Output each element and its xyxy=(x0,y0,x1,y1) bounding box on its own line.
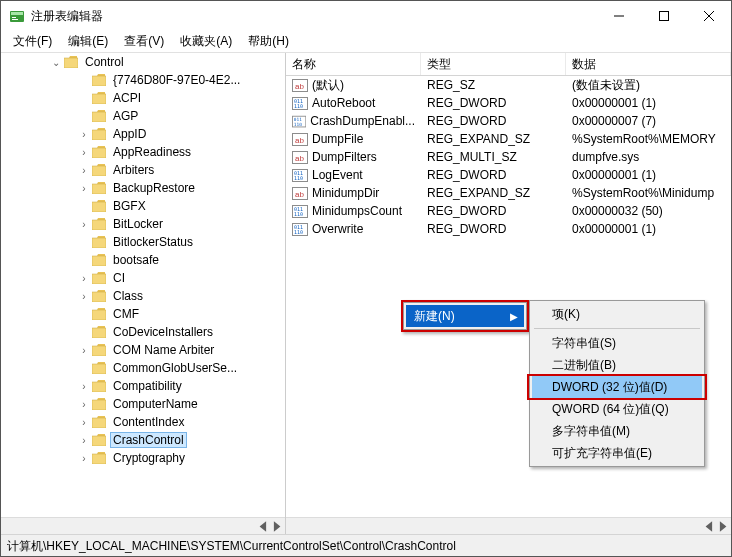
tree-node[interactable]: ›Cryptography xyxy=(1,449,285,467)
menu-item[interactable]: 可扩充字符串值(E) xyxy=(532,442,702,464)
tree-node[interactable]: {7746D80F-97E0-4E2... xyxy=(1,71,285,89)
value-row[interactable]: 011110CrashDumpEnabl...REG_DWORD0x000000… xyxy=(286,112,731,130)
svg-marker-32 xyxy=(274,521,281,531)
menu-item[interactable]: 编辑(E) xyxy=(62,31,114,52)
twisty-icon[interactable]: › xyxy=(77,399,91,410)
tree-node-control[interactable]: ⌄Control xyxy=(1,53,285,71)
menu-item[interactable]: 收藏夹(A) xyxy=(174,31,238,52)
tree-node[interactable]: ›BitLocker xyxy=(1,215,285,233)
value-data: 0x00000001 (1) xyxy=(566,96,731,110)
menu-item[interactable]: 项(K) xyxy=(532,303,702,325)
value-name: LogEvent xyxy=(312,168,363,182)
svg-rect-25 xyxy=(92,364,106,374)
tree-node[interactable]: ›COM Name Arbiter xyxy=(1,341,285,359)
svg-rect-16 xyxy=(92,202,106,212)
svg-rect-24 xyxy=(92,346,106,356)
twisty-icon[interactable]: › xyxy=(77,291,91,302)
minimize-button[interactable] xyxy=(596,1,641,31)
folder-icon xyxy=(91,379,107,393)
app-icon xyxy=(9,8,25,24)
value-name: MinidumpDir xyxy=(312,186,379,200)
twisty-expanded-icon[interactable]: ⌄ xyxy=(49,57,63,68)
tree-node[interactable]: ›Class xyxy=(1,287,285,305)
tree-node[interactable]: ›CI xyxy=(1,269,285,287)
menu-item[interactable]: 多字符串值(M) xyxy=(532,420,702,442)
value-row[interactable]: 011110MinidumpsCountREG_DWORD0x00000032 … xyxy=(286,202,731,220)
value-name: Overwrite xyxy=(312,222,363,236)
tree-body[interactable]: ⌄Control{7746D80F-97E0-4E2...ACPIAGP›App… xyxy=(1,53,285,517)
tree-node[interactable]: bootsafe xyxy=(1,251,285,269)
tree-node[interactable]: ›Compatibility xyxy=(1,377,285,395)
value-name: DumpFile xyxy=(312,132,363,146)
tree-node[interactable]: BGFX xyxy=(1,197,285,215)
folder-icon xyxy=(91,127,107,141)
value-row[interactable]: 011110LogEventREG_DWORD0x00000001 (1) xyxy=(286,166,731,184)
value-row[interactable]: abDumpFiltersREG_MULTI_SZdumpfve.sys xyxy=(286,148,731,166)
twisty-icon[interactable]: › xyxy=(77,129,91,140)
col-header-type[interactable]: 类型 xyxy=(421,53,566,75)
maximize-button[interactable] xyxy=(641,1,686,31)
svg-text:110: 110 xyxy=(294,175,303,181)
close-button[interactable] xyxy=(686,1,731,31)
twisty-icon[interactable]: › xyxy=(77,381,91,392)
twisty-icon[interactable]: › xyxy=(77,435,91,446)
tree-node[interactable]: ›ComputerName xyxy=(1,395,285,413)
tree-node[interactable]: CommonGlobUserSe... xyxy=(1,359,285,377)
tree-node[interactable]: ›ContentIndex xyxy=(1,413,285,431)
menu-item[interactable]: DWORD (32 位)值(D) xyxy=(532,376,702,398)
folder-icon xyxy=(91,109,107,123)
submenu-item-new[interactable]: 新建(N) ▶ xyxy=(406,305,524,327)
value-type-icon: 011110 xyxy=(292,221,308,237)
folder-icon xyxy=(91,145,107,159)
tree-node[interactable]: ›AppReadiness xyxy=(1,143,285,161)
tree-node-label: ACPI xyxy=(111,91,143,105)
svg-rect-19 xyxy=(92,256,106,266)
tree-node[interactable]: CMF xyxy=(1,305,285,323)
twisty-icon[interactable]: › xyxy=(77,417,91,428)
menu-item[interactable]: QWORD (64 位)值(Q) xyxy=(532,398,702,420)
value-row[interactable]: ab(默认)REG_SZ(数值未设置) xyxy=(286,76,731,94)
tree-node-label: Cryptography xyxy=(111,451,187,465)
svg-rect-5 xyxy=(659,12,668,21)
tree-node-label: ComputerName xyxy=(111,397,200,411)
svg-rect-8 xyxy=(64,58,78,68)
tree-node[interactable]: ›Arbiters xyxy=(1,161,285,179)
value-type-icon: ab xyxy=(292,77,308,93)
twisty-icon[interactable]: › xyxy=(77,453,91,464)
tree-node[interactable]: ›AppID xyxy=(1,125,285,143)
twisty-icon[interactable]: › xyxy=(77,345,91,356)
twisty-icon[interactable]: › xyxy=(77,219,91,230)
svg-rect-10 xyxy=(92,94,106,104)
status-path: 计算机\HKEY_LOCAL_MACHINE\SYSTEM\CurrentCon… xyxy=(7,539,456,553)
value-row[interactable]: 011110AutoRebootREG_DWORD0x00000001 (1) xyxy=(286,94,731,112)
tree-node[interactable]: ACPI xyxy=(1,89,285,107)
value-row[interactable]: 011110OverwriteREG_DWORD0x00000001 (1) xyxy=(286,220,731,238)
value-data: 0x00000001 (1) xyxy=(566,168,731,182)
col-header-name[interactable]: 名称 xyxy=(286,53,421,75)
svg-text:110: 110 xyxy=(294,121,302,126)
menu-item[interactable]: 帮助(H) xyxy=(242,31,295,52)
twisty-icon[interactable]: › xyxy=(77,183,91,194)
twisty-icon[interactable]: › xyxy=(77,273,91,284)
menu-item[interactable]: 二进制值(B) xyxy=(532,354,702,376)
twisty-icon[interactable]: › xyxy=(77,147,91,158)
value-row[interactable]: abMinidumpDirREG_EXPAND_SZ%SystemRoot%\M… xyxy=(286,184,731,202)
tree-scrollbar-h[interactable] xyxy=(1,517,285,534)
tree-node[interactable]: ›BackupRestore xyxy=(1,179,285,197)
menu-item[interactable]: 文件(F) xyxy=(7,31,58,52)
context-menu: 项(K)字符串值(S)二进制值(B)DWORD (32 位)值(D)QWORD … xyxy=(529,300,705,467)
tree-node[interactable]: ›CrashControl xyxy=(1,431,285,449)
svg-marker-56 xyxy=(706,521,713,531)
tree-node[interactable]: BitlockerStatus xyxy=(1,233,285,251)
menu-item[interactable]: 字符串值(S) xyxy=(532,332,702,354)
twisty-icon[interactable]: › xyxy=(77,165,91,176)
menu-item[interactable]: 查看(V) xyxy=(118,31,170,52)
tree-node[interactable]: AGP xyxy=(1,107,285,125)
svg-marker-31 xyxy=(260,521,267,531)
tree-node[interactable]: CoDeviceInstallers xyxy=(1,323,285,341)
col-header-data[interactable]: 数据 xyxy=(566,53,731,75)
value-row[interactable]: abDumpFileREG_EXPAND_SZ%SystemRoot%\MEMO… xyxy=(286,130,731,148)
folder-icon xyxy=(91,343,107,357)
list-scrollbar-h[interactable] xyxy=(286,517,731,534)
value-name: DumpFilters xyxy=(312,150,377,164)
